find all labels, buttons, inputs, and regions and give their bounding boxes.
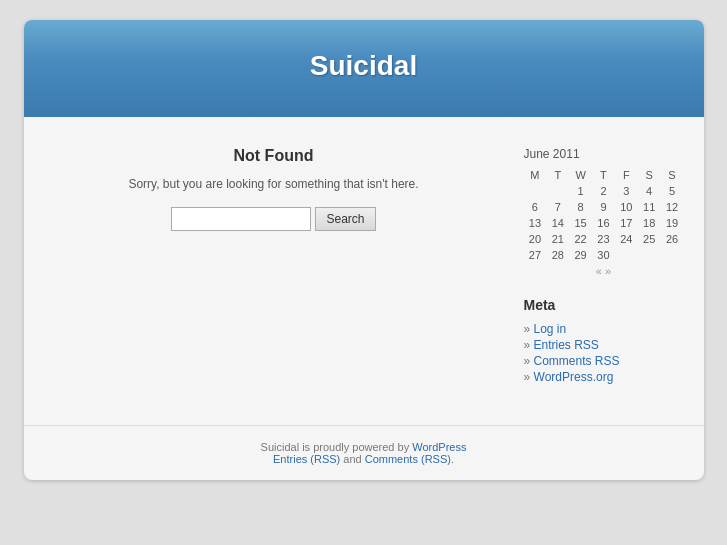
meta-title: Meta bbox=[524, 297, 684, 313]
meta-link-comments-rss[interactable]: Comments RSS bbox=[534, 354, 620, 368]
cal-th-m: M bbox=[524, 167, 547, 183]
meta-link-entries-rss[interactable]: Entries RSS bbox=[534, 338, 599, 352]
footer-wordpress-link[interactable]: WordPress bbox=[412, 441, 466, 453]
cal-th-s1: S bbox=[638, 167, 661, 183]
meta-item-entries-rss: Entries RSS bbox=[524, 337, 684, 353]
cal-row-2: 6 7 8 9 10 11 12 bbox=[524, 199, 684, 215]
page-wrapper: Suicidal Not Found Sorry, but you are lo… bbox=[24, 20, 704, 480]
search-form: Search bbox=[64, 207, 484, 231]
meta-item-login: Log in bbox=[524, 321, 684, 337]
cal-th-f: F bbox=[615, 167, 638, 183]
meta-link-login[interactable]: Log in bbox=[534, 322, 567, 336]
not-found-message: Sorry, but you are looking for something… bbox=[64, 177, 484, 191]
meta-list: Log in Entries RSS Comments RSS WordPres… bbox=[524, 321, 684, 385]
calendar-nav: « » bbox=[524, 263, 684, 277]
sidebar: June 2011 M T W T F S S bbox=[524, 137, 684, 395]
search-button[interactable]: Search bbox=[315, 207, 375, 231]
cal-th-t1: T bbox=[546, 167, 569, 183]
site-title: Suicidal bbox=[44, 50, 684, 82]
meta-section: Meta Log in Entries RSS Comments RSS Wor… bbox=[524, 297, 684, 385]
search-input[interactable] bbox=[171, 207, 311, 231]
cal-row-3: 13 14 15 16 17 18 19 bbox=[524, 215, 684, 231]
cal-th-s2: S bbox=[661, 167, 684, 183]
cal-th-w: W bbox=[569, 167, 592, 183]
meta-link-wordpress-org[interactable]: WordPress.org bbox=[534, 370, 614, 384]
footer-text-before: Suicidal is proudly powered by bbox=[261, 441, 413, 453]
calendar-table: M T W T F S S 1 bbox=[524, 167, 684, 263]
main-content: Not Found Sorry, but you are looking for… bbox=[44, 137, 504, 395]
cal-th-t2: T bbox=[592, 167, 615, 183]
cal-row-4: 20 21 22 23 24 25 26 bbox=[524, 231, 684, 247]
site-header: Suicidal bbox=[24, 20, 704, 117]
footer-comments-rss-link[interactable]: Comments (RSS) bbox=[365, 453, 451, 465]
not-found-title: Not Found bbox=[64, 147, 484, 165]
calendar-title: June 2011 bbox=[524, 147, 684, 161]
meta-item-comments-rss: Comments RSS bbox=[524, 353, 684, 369]
cal-row-5: 27 28 29 30 bbox=[524, 247, 684, 263]
cal-row-1: 1 2 3 4 5 bbox=[524, 183, 684, 199]
calendar-widget: June 2011 M T W T F S S bbox=[524, 147, 684, 277]
footer-text-after: . bbox=[451, 453, 454, 465]
footer-entries-rss-link[interactable]: Entries (RSS) bbox=[273, 453, 340, 465]
footer-text-and: and bbox=[340, 453, 364, 465]
content-area: Not Found Sorry, but you are looking for… bbox=[24, 117, 704, 415]
site-footer: Suicidal is proudly powered by WordPress… bbox=[24, 425, 704, 480]
calendar-header-row: M T W T F S S bbox=[524, 167, 684, 183]
meta-item-wordpress-org: WordPress.org bbox=[524, 369, 684, 385]
